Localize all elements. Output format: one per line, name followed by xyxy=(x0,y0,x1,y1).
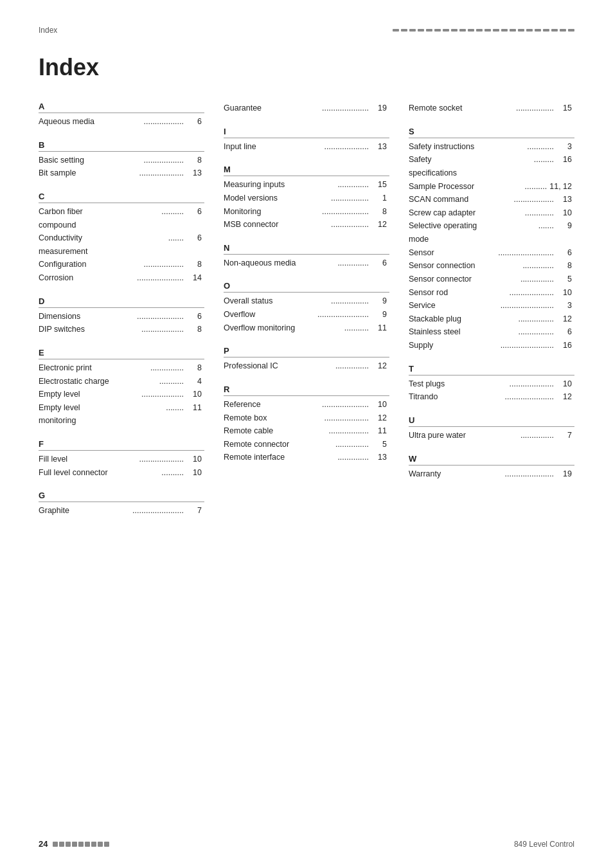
header-dot xyxy=(476,29,483,32)
entry-page: 10 xyxy=(184,388,202,401)
section-O-1-4: OOverall status .................9Overfl… xyxy=(224,281,389,334)
entry-page: 6 xyxy=(184,310,202,323)
entry-label: DIP switches xyxy=(39,323,111,336)
index-entry: Empty level ...................10 xyxy=(39,388,204,401)
header-decoration xyxy=(393,29,574,32)
header-dot xyxy=(535,29,541,32)
entry-label: Fill level xyxy=(39,453,111,466)
entry-dots: ................... xyxy=(111,323,184,336)
header-dot xyxy=(434,29,441,32)
entry-dots: ....................... xyxy=(296,308,369,321)
entry-page: 12 xyxy=(369,411,387,425)
entry-label: Stackable plug xyxy=(409,312,481,326)
entry-page: 10 xyxy=(554,206,572,220)
entry-dots: ................ xyxy=(481,312,554,326)
header-dot xyxy=(409,29,416,32)
entry-page: 10 xyxy=(554,286,572,300)
index-entry: Sensor .........................6 xyxy=(409,246,574,260)
section-A-0-0: AAqueous media ..................6 xyxy=(39,102,204,129)
section-E-0-4: EElectronic print ...............8Electr… xyxy=(39,348,204,428)
section-letter: M xyxy=(224,165,389,176)
index-entry: Input line ....................13 xyxy=(224,140,389,154)
index-entry: Sensor rod ....................10 xyxy=(409,286,574,300)
entry-label: Remote cable xyxy=(224,424,296,438)
entry-label: Reference xyxy=(224,398,296,411)
index-entry: Conductivity measurement .......6 xyxy=(39,231,204,258)
entry-page: 10 xyxy=(184,466,202,480)
entry-dots: ............. xyxy=(481,206,554,220)
header-dot xyxy=(560,29,566,32)
entry-label: Screw cap adapter xyxy=(409,206,481,220)
section-letter: E xyxy=(39,348,204,359)
header-dot xyxy=(501,29,508,32)
section-letter: W xyxy=(409,454,574,466)
index-entry: Empty level monitoring ........11 xyxy=(39,401,204,428)
entry-dots: ................. xyxy=(296,192,369,205)
section-letter: A xyxy=(39,102,204,113)
entry-page: 6 xyxy=(554,246,572,260)
index-entry: Sensor connector ...............5 xyxy=(409,273,574,286)
entry-page: 12 xyxy=(369,359,387,373)
header-dot xyxy=(543,29,549,32)
entry-dots: ........... xyxy=(296,321,369,335)
entry-dots: ............... xyxy=(296,438,369,451)
section-letter: R xyxy=(224,384,389,396)
header-dot xyxy=(526,29,533,32)
index-entry: DIP switches ...................8 xyxy=(39,323,204,336)
entry-dots: ..................... xyxy=(111,271,184,285)
entry-dots: ...................... xyxy=(481,467,554,481)
entry-page: 16 xyxy=(554,153,572,179)
section-letter: T xyxy=(409,364,574,375)
section-C-0-2: CCarbon fiber compound ..........6Conduc… xyxy=(39,192,204,285)
entry-dots: .................. xyxy=(111,154,184,167)
entry-page: 8 xyxy=(184,154,202,167)
entry-label: Corrosion xyxy=(39,271,111,285)
entry-page: 6 xyxy=(184,231,202,258)
index-entry: Stackable plug ................12 xyxy=(409,312,574,326)
entry-label: Remote socket xyxy=(409,102,481,115)
index-entry: Aqueous media ..................6 xyxy=(39,115,204,129)
section-N-1-3: NNon-aqueous media ..............6 xyxy=(224,243,389,270)
section-G-0-6: GGraphite .......................7 xyxy=(39,491,204,518)
index-entry: Safety specifications .........16 xyxy=(409,153,574,179)
footer-square xyxy=(85,842,90,847)
header-label: Index xyxy=(39,26,57,35)
header-dot xyxy=(459,29,466,32)
header-dot xyxy=(468,29,474,32)
entry-dots: ........................ xyxy=(481,339,554,352)
entry-dots: ..................... xyxy=(296,102,369,115)
entry-page: 3 xyxy=(554,140,572,154)
footer-square xyxy=(91,842,96,847)
section-letter: B xyxy=(39,140,204,152)
index-entry: Remote box ....................12 xyxy=(224,411,389,425)
entry-page: 9 xyxy=(554,219,572,246)
entry-label: Basic setting xyxy=(39,154,111,167)
entry-dots: .................... xyxy=(111,167,184,180)
index-column-2: Remote socket .................15SSafety… xyxy=(409,102,574,492)
index-entry: Sample Processor ..........11, 12 xyxy=(409,180,574,194)
entry-dots: .................. xyxy=(111,115,184,129)
entry-label: Sensor xyxy=(409,246,481,260)
entry-dots: ................. xyxy=(296,294,369,308)
section-D-0-3: DDimensions .....................6DIP sw… xyxy=(39,296,204,336)
entry-dots: .......... xyxy=(478,180,547,194)
entry-page: 11 xyxy=(369,321,387,335)
index-entry: SCAN command ..................13 xyxy=(409,193,574,206)
header-dot xyxy=(518,29,524,32)
entry-dots: .............. xyxy=(296,257,369,270)
index-entry: Overflow .......................9 xyxy=(224,308,389,321)
index-entry: Guarantee .....................19 xyxy=(224,102,389,115)
entry-label: Guarantee xyxy=(224,102,296,115)
entry-page: 13 xyxy=(184,167,202,180)
index-entry: Titrando ......................12 xyxy=(409,390,574,404)
index-entry: Electrostatic charge ...........4 xyxy=(39,375,204,388)
entry-dots: ..................... xyxy=(296,205,369,219)
entry-page: 1 xyxy=(369,192,387,205)
entry-page: 8 xyxy=(369,205,387,219)
entry-page: 13 xyxy=(554,193,572,206)
entry-label: Model versions xyxy=(224,192,296,205)
entry-label: Sample Processor xyxy=(409,180,478,194)
header-dot xyxy=(418,29,424,32)
header-dot xyxy=(551,29,558,32)
index-entry: Warranty ......................19 xyxy=(409,467,574,481)
